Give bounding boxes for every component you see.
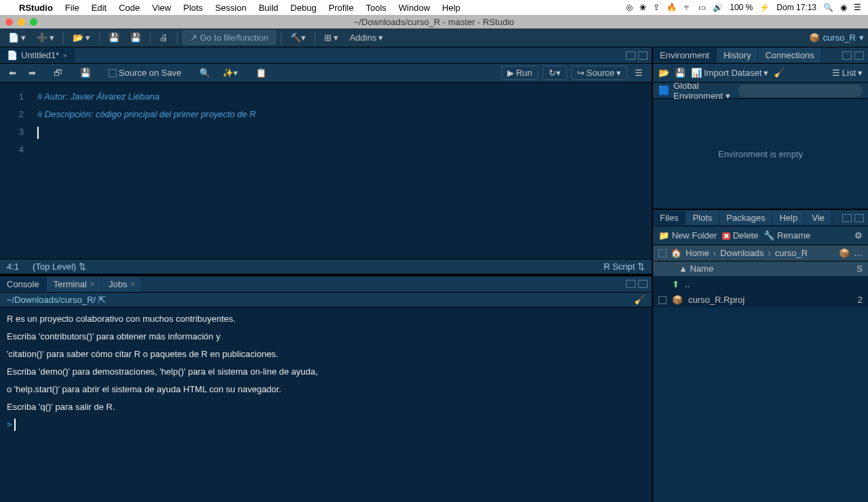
menu-debug[interactable]: Debug — [290, 3, 316, 13]
rproj-icon: 📦 — [672, 295, 683, 305]
more-path-button[interactable]: … — [854, 248, 863, 258]
breadcrumb-curso[interactable]: curso_R — [775, 248, 808, 258]
clear-console-button[interactable]: 🧹 — [634, 295, 645, 305]
print-button[interactable]: 🖨 — [155, 31, 172, 44]
goto-file-input[interactable]: ↗ Go to file/function — [182, 30, 276, 45]
outline-button[interactable]: ☰ — [631, 66, 646, 80]
source-tab[interactable]: 📄 Untitled1* × — [0, 48, 75, 62]
maximize-pane-button[interactable] — [638, 51, 648, 60]
menu-help[interactable]: Help — [442, 3, 460, 13]
source-tabs: 📄 Untitled1* × — [0, 47, 652, 64]
battery-percent: 100 % — [730, 3, 753, 12]
name-header[interactable]: ▲ Name — [679, 264, 856, 274]
cursor-position[interactable]: 4:1 — [7, 262, 19, 272]
main-toolbar: 📄▾ ➕▾ 📂▾ 💾 💾 🖨 ↗ Go to file/function 🔨▾ … — [0, 28, 868, 47]
clear-workspace-button[interactable]: 🧹 — [774, 68, 785, 78]
packages-tab[interactable]: Packages — [719, 211, 772, 225]
import-dataset-button[interactable]: 📊 Import Dataset ▾ — [691, 68, 768, 78]
menu-plots[interactable]: Plots — [183, 3, 203, 13]
file-row-rproj[interactable]: 📦 curso_R.Rproj 2 — [653, 292, 868, 308]
source-on-save-checkbox[interactable]: Source on Save — [105, 66, 185, 79]
forward-button[interactable]: ➡ — [25, 66, 39, 79]
environment-tab[interactable]: Environment — [653, 48, 717, 62]
select-all-checkbox[interactable] — [658, 249, 667, 257]
menu-build[interactable]: Build — [258, 3, 278, 13]
breadcrumb-downloads[interactable]: Downloads — [720, 248, 764, 258]
minimize-pane-button[interactable] — [842, 51, 852, 60]
new-file-button[interactable]: 📄▾ — [4, 31, 30, 44]
console-output[interactable]: R es un proyecto colaborativo con muchos… — [0, 308, 652, 503]
status-icon: ◎ — [626, 3, 633, 12]
console-tab[interactable]: Console — [0, 277, 47, 291]
open-file-button[interactable]: 📂▾ — [68, 31, 94, 44]
menu-view[interactable]: View — [152, 3, 171, 13]
display-icon: ▭ — [698, 3, 706, 12]
control-center-icon[interactable]: ☰ — [854, 3, 861, 12]
minimize-window-button[interactable] — [18, 18, 25, 26]
rerun-button[interactable]: ↻▾ — [542, 66, 567, 80]
file-type-selector[interactable]: R Script ⇅ — [604, 262, 645, 272]
save-all-button[interactable]: 💾 — [126, 31, 145, 44]
new-folder-button[interactable]: 📁 New Folder — [658, 230, 717, 240]
project-menu[interactable]: 📦curso_R ▾ — [809, 33, 864, 43]
jobs-tab[interactable]: Jobs × — [102, 277, 142, 291]
connections-tab[interactable]: Connections — [758, 48, 821, 62]
source-button[interactable]: ↪ Source ▾ — [571, 66, 627, 80]
scope-selector[interactable]: (Top Level) ⇅ — [33, 262, 86, 272]
minimize-pane-button[interactable] — [626, 280, 635, 288]
show-in-window-button[interactable]: 🗗 — [50, 66, 66, 79]
menu-file[interactable]: File — [65, 3, 79, 13]
breadcrumb-home[interactable]: Home — [686, 248, 709, 258]
minimize-pane-button[interactable] — [842, 214, 852, 222]
app-name[interactable]: RStudio — [19, 3, 53, 13]
maximize-window-button[interactable] — [30, 18, 37, 26]
maximize-pane-button[interactable] — [854, 214, 864, 222]
maximize-pane-button[interactable] — [638, 280, 648, 288]
more-button[interactable]: ⚙ — [854, 230, 863, 240]
wand-button[interactable]: ✨▾ — [219, 66, 241, 79]
build-button[interactable]: 🔨▾ — [286, 31, 310, 44]
siri-icon[interactable]: ◉ — [840, 3, 847, 12]
history-tab[interactable]: History — [717, 48, 758, 62]
menu-edit[interactable]: Edit — [92, 3, 106, 13]
code-editor[interactable]: 1234 # Autor: Javier Álvarez Liébana # D… — [0, 83, 652, 259]
delete-button[interactable]: ✖ Delete — [722, 230, 758, 240]
menu-profile[interactable]: Profile — [329, 3, 354, 13]
terminal-tab[interactable]: Terminal × — [47, 277, 102, 291]
rename-button[interactable]: 🔧 Rename — [764, 230, 810, 240]
spotlight-icon[interactable]: 🔍 — [823, 3, 833, 12]
env-search-input[interactable] — [738, 85, 863, 97]
menu-window[interactable]: Window — [399, 3, 430, 13]
addins-button[interactable]: Addins ▾ — [345, 31, 387, 44]
file-row-up[interactable]: ⬆ .. — [653, 276, 868, 292]
save-file-button[interactable]: 💾 — [77, 66, 94, 79]
r-icon[interactable]: 🟦 — [658, 85, 669, 96]
back-button[interactable]: ⬅ — [5, 66, 20, 79]
size-header[interactable]: S — [856, 264, 863, 274]
plots-tab[interactable]: Plots — [686, 211, 719, 225]
popout-icon[interactable]: ⇱ — [98, 295, 106, 305]
grid-button[interactable]: ⊞ ▾ — [320, 31, 343, 44]
scope-selector[interactable]: Global Environment ▾ — [673, 81, 734, 101]
save-button[interactable]: 💾 — [104, 31, 123, 44]
menu-tools[interactable]: Tools — [366, 3, 386, 13]
run-button[interactable]: ▶ Run — [501, 66, 538, 80]
home-icon[interactable]: 🏠 — [671, 248, 682, 258]
maximize-pane-button[interactable] — [854, 51, 864, 60]
compile-button[interactable]: 📋 — [252, 66, 270, 79]
files-tab[interactable]: Files — [653, 211, 686, 225]
list-view-button[interactable]: ☰ List ▾ — [832, 68, 863, 78]
load-workspace-button[interactable]: 📂 — [658, 68, 669, 78]
minimize-pane-button[interactable] — [626, 51, 635, 60]
file-checkbox[interactable] — [658, 296, 667, 304]
close-tab-icon[interactable]: × — [62, 51, 66, 60]
viewer-tab[interactable]: Vie — [805, 211, 832, 225]
help-tab[interactable]: Help — [772, 211, 805, 225]
find-button[interactable]: 🔍 — [196, 66, 214, 79]
close-window-button[interactable] — [5, 18, 13, 26]
save-workspace-button[interactable]: 💾 — [675, 68, 686, 78]
status-icon: ❀ — [639, 3, 646, 12]
new-project-button[interactable]: ➕▾ — [33, 31, 58, 44]
menu-session[interactable]: Session — [215, 3, 246, 13]
menu-code[interactable]: Code — [119, 3, 140, 13]
